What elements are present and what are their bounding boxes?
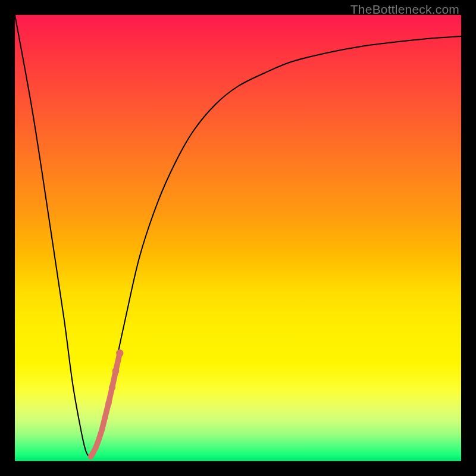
highlight-dot [116, 349, 123, 356]
highlight-dot [94, 444, 99, 449]
highlight-dot [102, 415, 108, 421]
highlight-dot [89, 455, 92, 458]
highlight-markers [89, 349, 123, 458]
highlight-dot [105, 400, 111, 406]
highlight-dot [91, 450, 95, 454]
highlight-dot [96, 437, 101, 442]
bottleneck-curve [15, 15, 461, 457]
chart-overlay [15, 15, 461, 461]
highlight-dot [99, 427, 105, 433]
highlight-dot [109, 384, 115, 391]
highlight-dot [112, 368, 120, 375]
